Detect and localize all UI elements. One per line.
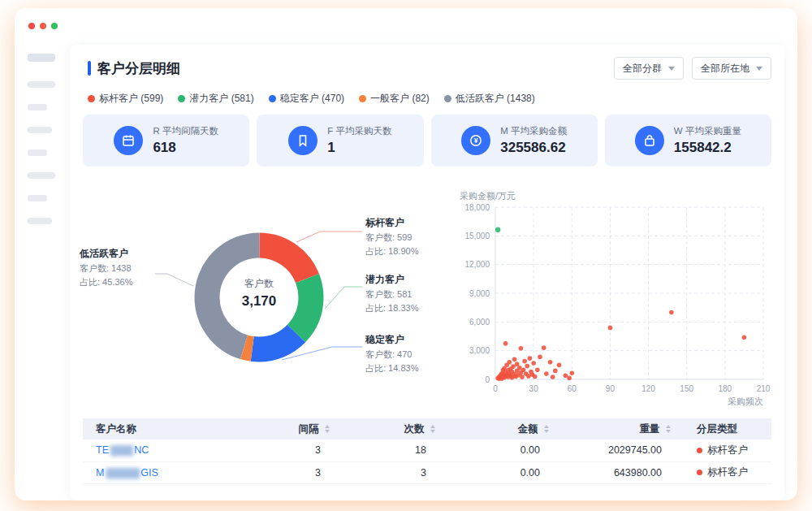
stat-label: W 平均采购重量 — [674, 125, 741, 137]
cell-interval: 3 — [270, 440, 343, 461]
stat-card-avg-purchase-amount: ¥ M 平均采购金额 325586.62 — [431, 115, 598, 167]
legend-label: 潜力客户 (581) — [189, 92, 253, 106]
svg-text:采购金额/万元: 采购金额/万元 — [460, 191, 516, 201]
table-header-row: 客户名称 间隔 次数 金额 — [83, 418, 771, 440]
stat-label: F 平均采购天数 — [327, 125, 391, 137]
scatter-chart[interactable]: 03,0006,0009,00012,00015,00018,000030609… — [456, 189, 778, 407]
col-customer-name: 客户名称 — [83, 418, 270, 440]
stat-card-avg-interval-days: R 平均间隔天数 618 — [83, 115, 249, 167]
table-row[interactable]: M██████GIS 3 3 0.00 643980.00 标杆客户 — [83, 461, 771, 483]
svg-text:0: 0 — [485, 375, 490, 384]
app-window: 客户分层明细 全部分群 全部所在地 标杆客户 (599) 潜力客户 ( — [15, 8, 797, 500]
stat-label: M 平均采购金额 — [500, 125, 567, 137]
sidebar-skeleton-bar — [28, 149, 47, 156]
svg-text:30: 30 — [529, 384, 539, 393]
filter-bar: 全部分群 全部所在地 — [606, 57, 771, 80]
sidebar-skeleton-bar — [28, 81, 55, 88]
page-header: 客户分层明细 全部分群 全部所在地 — [88, 56, 771, 80]
col-interval-sort[interactable]: 间隔 — [270, 418, 343, 440]
col-segment-type: 分层类型 — [684, 418, 771, 440]
sidebar-skeleton-bar — [28, 104, 47, 110]
donut-center-label: 客户数 3,170 — [210, 277, 308, 310]
table-row[interactable]: TE████NC 3 18 0.00 2029745.00 标杆客户 — [83, 440, 771, 461]
money-icon: ¥ — [461, 126, 490, 155]
svg-text:150: 150 — [680, 384, 693, 393]
svg-text:210: 210 — [757, 384, 771, 393]
minimize-window-button[interactable] — [40, 23, 46, 29]
legend-item-stable[interactable]: 稳定客户 (470) — [269, 92, 344, 106]
customer-name-link[interactable]: M██████GIS — [96, 467, 158, 479]
col-weight-sort[interactable]: 重量 — [562, 418, 684, 440]
callout-potential: 潜力客户 客户数: 581 占比: 18.33% — [365, 272, 418, 314]
cell-amount: 0.00 — [448, 461, 562, 483]
cell-weight: 2029745.00 — [562, 440, 684, 461]
legend-item-potential[interactable]: 潜力客户 (581) — [178, 92, 253, 106]
svg-text:采购频次: 采购频次 — [728, 396, 763, 406]
legend-label: 标杆客户 (599) — [99, 92, 163, 106]
svg-text:60: 60 — [568, 384, 577, 393]
chart-legend: 标杆客户 (599) 潜力客户 (581) 稳定客户 (470) 一般客户 (8… — [88, 92, 550, 106]
cell-times: 3 — [343, 461, 448, 483]
sidebar-skeleton-bar — [28, 172, 55, 179]
redacted-text: ██████ — [106, 468, 139, 478]
weight-icon — [635, 126, 664, 155]
legend-item-low-active[interactable]: 低活跃客户 (1438) — [444, 92, 535, 106]
svg-text:90: 90 — [606, 384, 615, 393]
location-filter-value: 全部所在地 — [701, 62, 749, 76]
legend-item-benchmark[interactable]: 标杆客户 (599) — [88, 92, 163, 106]
cell-times: 18 — [343, 440, 448, 461]
svg-text:120: 120 — [641, 384, 655, 393]
col-times-sort[interactable]: 次数 — [343, 418, 448, 440]
callout-benchmark: 标杆客户 客户数: 599 占比: 18.90% — [365, 215, 418, 258]
page-title: 客户分层明细 — [97, 59, 180, 78]
svg-text:0: 0 — [493, 384, 498, 393]
sidebar-skeleton-bar — [28, 127, 52, 133]
customer-table: 客户名称 间隔 次数 金额 — [83, 418, 771, 484]
stat-value: 618 — [153, 140, 218, 156]
sort-icon — [666, 425, 671, 433]
sort-icon — [325, 425, 330, 433]
legend-dot — [359, 95, 366, 102]
redacted-text: ████ — [110, 445, 132, 455]
col-amount-sort[interactable]: 金额 — [448, 418, 562, 440]
legend-label: 低活跃客户 (1438) — [456, 92, 535, 106]
legend-dot — [269, 95, 276, 102]
sidebar-nav — [28, 54, 63, 240]
window-controls — [28, 23, 58, 29]
calendar-icon — [114, 126, 143, 155]
scatter-chart-canvas: 03,0006,0009,00012,00015,00018,000030609… — [456, 189, 778, 407]
svg-text:3,000: 3,000 — [469, 346, 490, 355]
stat-card-avg-purchase-days: F 平均采购天数 1 — [257, 115, 423, 167]
stat-value: 155842.2 — [674, 140, 741, 156]
location-filter-select[interactable]: 全部所在地 — [692, 57, 771, 80]
stat-value: 1 — [327, 140, 391, 156]
svg-text:180: 180 — [719, 384, 732, 393]
legend-dot — [88, 95, 95, 102]
svg-text:¥: ¥ — [474, 136, 478, 145]
cell-weight: 643980.00 — [562, 461, 684, 483]
cell-interval: 3 — [270, 461, 343, 483]
sort-icon — [430, 425, 435, 433]
segment-filter-select[interactable]: 全部分群 — [614, 57, 684, 80]
svg-text:18,000: 18,000 — [464, 203, 490, 212]
zoom-window-button[interactable] — [51, 23, 58, 29]
close-window-button[interactable] — [28, 23, 35, 29]
legend-label: 一般客户 (82) — [370, 92, 430, 106]
title-accent-bar — [88, 61, 91, 76]
sidebar-skeleton-bar — [28, 195, 47, 201]
stat-card-avg-purchase-weight: W 平均采购重量 155842.2 — [605, 115, 771, 167]
cell-segment-type: 标杆客户 — [684, 461, 771, 483]
stat-label: R 平均间隔天数 — [153, 125, 218, 137]
svg-text:15,000: 15,000 — [464, 232, 490, 240]
cell-segment-type: 标杆客户 — [684, 440, 771, 461]
svg-text:6,000: 6,000 — [469, 318, 490, 327]
segment-type-dot — [697, 470, 702, 475]
sidebar-skeleton-bar — [28, 54, 55, 62]
callout-low-active: 低活跃客户 客户数: 1438 占比: 45.36% — [80, 246, 132, 288]
legend-item-general[interactable]: 一般客户 (82) — [359, 92, 430, 106]
donut-chart[interactable]: 客户数 3,170 标杆客户 客户数: 599 占比: 18.90% 潜力客户 … — [76, 196, 458, 412]
customer-name-link[interactable]: TE████NC — [96, 444, 149, 456]
main-panel: 客户分层明细 全部分群 全部所在地 标杆客户 (599) 潜力客户 ( — [70, 45, 784, 500]
callout-stable: 稳定客户 客户数: 470 占比: 14.83% — [365, 332, 418, 375]
legend-dot — [178, 95, 185, 102]
